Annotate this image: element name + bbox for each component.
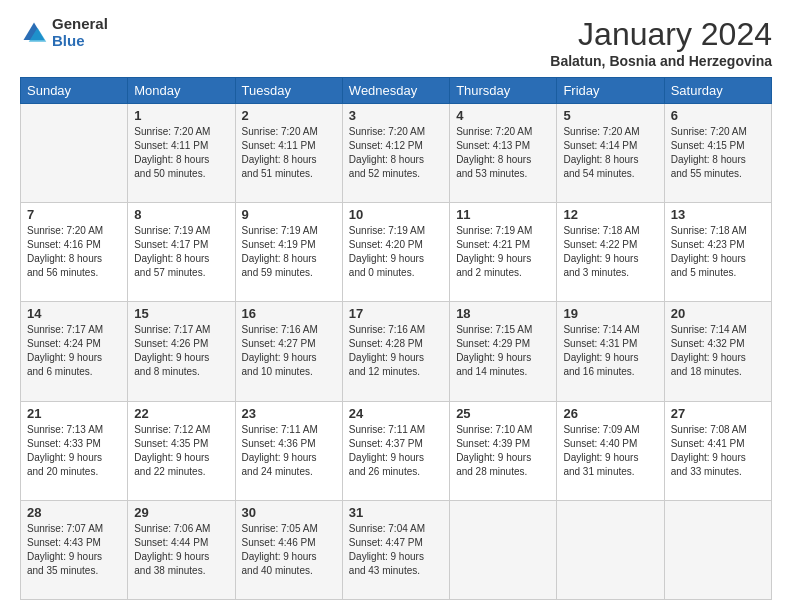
- day-number: 12: [563, 207, 657, 222]
- day-number: 1: [134, 108, 228, 123]
- day-number: 29: [134, 505, 228, 520]
- calendar-cell: 20Sunrise: 7:14 AMSunset: 4:32 PMDayligh…: [664, 302, 771, 401]
- calendar-cell: 15Sunrise: 7:17 AMSunset: 4:26 PMDayligh…: [128, 302, 235, 401]
- day-info: Sunrise: 7:19 AMSunset: 4:21 PMDaylight:…: [456, 224, 550, 280]
- day-info: Sunrise: 7:16 AMSunset: 4:27 PMDaylight:…: [242, 323, 336, 379]
- day-number: 16: [242, 306, 336, 321]
- calendar-week-3: 14Sunrise: 7:17 AMSunset: 4:24 PMDayligh…: [21, 302, 772, 401]
- month-title: January 2024: [550, 16, 772, 53]
- calendar-cell: [450, 500, 557, 599]
- day-number: 5: [563, 108, 657, 123]
- day-number: 31: [349, 505, 443, 520]
- calendar-cell: 4Sunrise: 7:20 AMSunset: 4:13 PMDaylight…: [450, 104, 557, 203]
- day-number: 14: [27, 306, 121, 321]
- calendar-cell: 18Sunrise: 7:15 AMSunset: 4:29 PMDayligh…: [450, 302, 557, 401]
- calendar-cell: 1Sunrise: 7:20 AMSunset: 4:11 PMDaylight…: [128, 104, 235, 203]
- day-number: 19: [563, 306, 657, 321]
- day-number: 23: [242, 406, 336, 421]
- day-info: Sunrise: 7:19 AMSunset: 4:17 PMDaylight:…: [134, 224, 228, 280]
- calendar-cell: 7Sunrise: 7:20 AMSunset: 4:16 PMDaylight…: [21, 203, 128, 302]
- calendar-cell: 30Sunrise: 7:05 AMSunset: 4:46 PMDayligh…: [235, 500, 342, 599]
- day-info: Sunrise: 7:20 AMSunset: 4:11 PMDaylight:…: [134, 125, 228, 181]
- calendar-cell: [664, 500, 771, 599]
- day-info: Sunrise: 7:13 AMSunset: 4:33 PMDaylight:…: [27, 423, 121, 479]
- calendar-cell: 16Sunrise: 7:16 AMSunset: 4:27 PMDayligh…: [235, 302, 342, 401]
- day-number: 17: [349, 306, 443, 321]
- day-info: Sunrise: 7:06 AMSunset: 4:44 PMDaylight:…: [134, 522, 228, 578]
- day-number: 22: [134, 406, 228, 421]
- day-number: 15: [134, 306, 228, 321]
- day-number: 3: [349, 108, 443, 123]
- calendar-cell: 5Sunrise: 7:20 AMSunset: 4:14 PMDaylight…: [557, 104, 664, 203]
- day-number: 30: [242, 505, 336, 520]
- logo-icon: [20, 19, 48, 47]
- day-info: Sunrise: 7:09 AMSunset: 4:40 PMDaylight:…: [563, 423, 657, 479]
- day-number: 27: [671, 406, 765, 421]
- calendar-cell: 12Sunrise: 7:18 AMSunset: 4:22 PMDayligh…: [557, 203, 664, 302]
- col-saturday: Saturday: [664, 78, 771, 104]
- day-info: Sunrise: 7:17 AMSunset: 4:26 PMDaylight:…: [134, 323, 228, 379]
- calendar-cell: 17Sunrise: 7:16 AMSunset: 4:28 PMDayligh…: [342, 302, 449, 401]
- day-number: 20: [671, 306, 765, 321]
- day-info: Sunrise: 7:07 AMSunset: 4:43 PMDaylight:…: [27, 522, 121, 578]
- day-info: Sunrise: 7:12 AMSunset: 4:35 PMDaylight:…: [134, 423, 228, 479]
- day-info: Sunrise: 7:14 AMSunset: 4:31 PMDaylight:…: [563, 323, 657, 379]
- calendar-cell: 22Sunrise: 7:12 AMSunset: 4:35 PMDayligh…: [128, 401, 235, 500]
- calendar-cell: 24Sunrise: 7:11 AMSunset: 4:37 PMDayligh…: [342, 401, 449, 500]
- day-number: 8: [134, 207, 228, 222]
- calendar-cell: 25Sunrise: 7:10 AMSunset: 4:39 PMDayligh…: [450, 401, 557, 500]
- day-info: Sunrise: 7:18 AMSunset: 4:23 PMDaylight:…: [671, 224, 765, 280]
- day-info: Sunrise: 7:16 AMSunset: 4:28 PMDaylight:…: [349, 323, 443, 379]
- logo-general: General: [52, 16, 108, 33]
- calendar-cell: 14Sunrise: 7:17 AMSunset: 4:24 PMDayligh…: [21, 302, 128, 401]
- day-info: Sunrise: 7:11 AMSunset: 4:36 PMDaylight:…: [242, 423, 336, 479]
- col-wednesday: Wednesday: [342, 78, 449, 104]
- calendar-cell: 28Sunrise: 7:07 AMSunset: 4:43 PMDayligh…: [21, 500, 128, 599]
- day-info: Sunrise: 7:11 AMSunset: 4:37 PMDaylight:…: [349, 423, 443, 479]
- day-number: 18: [456, 306, 550, 321]
- col-sunday: Sunday: [21, 78, 128, 104]
- day-info: Sunrise: 7:08 AMSunset: 4:41 PMDaylight:…: [671, 423, 765, 479]
- col-thursday: Thursday: [450, 78, 557, 104]
- day-number: 11: [456, 207, 550, 222]
- day-info: Sunrise: 7:15 AMSunset: 4:29 PMDaylight:…: [456, 323, 550, 379]
- calendar-cell: 29Sunrise: 7:06 AMSunset: 4:44 PMDayligh…: [128, 500, 235, 599]
- calendar-cell: [21, 104, 128, 203]
- day-number: 4: [456, 108, 550, 123]
- calendar-cell: 26Sunrise: 7:09 AMSunset: 4:40 PMDayligh…: [557, 401, 664, 500]
- day-info: Sunrise: 7:20 AMSunset: 4:16 PMDaylight:…: [27, 224, 121, 280]
- day-number: 9: [242, 207, 336, 222]
- calendar-week-4: 21Sunrise: 7:13 AMSunset: 4:33 PMDayligh…: [21, 401, 772, 500]
- calendar-cell: 8Sunrise: 7:19 AMSunset: 4:17 PMDaylight…: [128, 203, 235, 302]
- day-info: Sunrise: 7:19 AMSunset: 4:19 PMDaylight:…: [242, 224, 336, 280]
- calendar-cell: 2Sunrise: 7:20 AMSunset: 4:11 PMDaylight…: [235, 104, 342, 203]
- calendar-header-row: Sunday Monday Tuesday Wednesday Thursday…: [21, 78, 772, 104]
- day-number: 10: [349, 207, 443, 222]
- header: General Blue January 2024 Balatun, Bosni…: [20, 16, 772, 69]
- col-monday: Monday: [128, 78, 235, 104]
- day-number: 21: [27, 406, 121, 421]
- day-info: Sunrise: 7:10 AMSunset: 4:39 PMDaylight:…: [456, 423, 550, 479]
- day-info: Sunrise: 7:17 AMSunset: 4:24 PMDaylight:…: [27, 323, 121, 379]
- day-number: 6: [671, 108, 765, 123]
- day-info: Sunrise: 7:04 AMSunset: 4:47 PMDaylight:…: [349, 522, 443, 578]
- logo-text: General Blue: [52, 16, 108, 49]
- day-number: 24: [349, 406, 443, 421]
- calendar-cell: 13Sunrise: 7:18 AMSunset: 4:23 PMDayligh…: [664, 203, 771, 302]
- day-number: 28: [27, 505, 121, 520]
- calendar-cell: [557, 500, 664, 599]
- calendar-cell: 21Sunrise: 7:13 AMSunset: 4:33 PMDayligh…: [21, 401, 128, 500]
- day-info: Sunrise: 7:19 AMSunset: 4:20 PMDaylight:…: [349, 224, 443, 280]
- day-number: 7: [27, 207, 121, 222]
- page: General Blue January 2024 Balatun, Bosni…: [0, 0, 792, 612]
- calendar-table: Sunday Monday Tuesday Wednesday Thursday…: [20, 77, 772, 600]
- calendar-cell: 23Sunrise: 7:11 AMSunset: 4:36 PMDayligh…: [235, 401, 342, 500]
- day-info: Sunrise: 7:20 AMSunset: 4:11 PMDaylight:…: [242, 125, 336, 181]
- day-info: Sunrise: 7:20 AMSunset: 4:15 PMDaylight:…: [671, 125, 765, 181]
- day-number: 26: [563, 406, 657, 421]
- day-number: 25: [456, 406, 550, 421]
- calendar-cell: 31Sunrise: 7:04 AMSunset: 4:47 PMDayligh…: [342, 500, 449, 599]
- day-number: 13: [671, 207, 765, 222]
- day-info: Sunrise: 7:20 AMSunset: 4:13 PMDaylight:…: [456, 125, 550, 181]
- calendar-cell: 11Sunrise: 7:19 AMSunset: 4:21 PMDayligh…: [450, 203, 557, 302]
